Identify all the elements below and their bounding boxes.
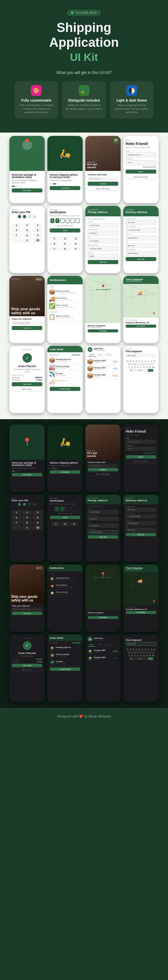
screen-16: Search Find shipment SHP-2024| QWERTYUIO… — [123, 346, 158, 413]
dark-phone-2: 🛵 Various shipping options Choose your s… — [48, 425, 82, 492]
phone-profile: JD John Doe Premium member Active Histor… — [86, 346, 120, 413]
phone-address-list: Destination Delivery address Recipient n… — [123, 206, 158, 273]
dark-phone-3: Welcome let's getstarted Continue with e… — [86, 425, 120, 492]
screen-15: JD John Doe Premium member Active Histor… — [86, 346, 120, 413]
theme-title: Light & dark theme — [113, 99, 150, 102]
theme-icon: 🌓 — [126, 85, 137, 96]
styleguide-desc: Styleguide included means all the design… — [65, 103, 103, 111]
phone-signin: Sign In Enter your PIN 123 456 789 — [10, 206, 45, 273]
phone-hello: Sign In Hello Friend! Sign in to continu… — [123, 136, 158, 203]
dark-screen-9: Ship your goodssafely with us ⭐ 4.8 Trac… — [10, 565, 45, 632]
phone-photo-1: Welcome let's getstarted 📦 Continue with… — [86, 136, 120, 203]
dark-screen-8: Destination Delivery address Recipient n… — [123, 495, 158, 562]
screen-12: Track shipment Order #SHP-2024-0847 🚚 📍 … — [123, 276, 158, 343]
dark-phones-row-1: 📍 Send your package to destination safel… — [5, 425, 163, 492]
screen-6: Verification Verification Enter your OTP… — [48, 206, 82, 273]
phones-row-4: Order Status ✓ Order Placed! Your shipme… — [5, 346, 163, 413]
dark-phones-row-2: Sign In Enter your PIN 1 2 3 4 — [5, 495, 163, 562]
screen-10: Notifications Today 📦 Package delivered … — [48, 276, 82, 343]
phones-row-3: Ship Finder Ship your goodssafely with u… — [5, 276, 163, 343]
dark-screen-3: Welcome let's getstarted Continue with e… — [86, 425, 120, 492]
dark-screen-16: Search Find shipment SHP-2024| Q W E R T… — [123, 635, 158, 702]
dark-phone-6: Verification Verification Enter OTP code… — [48, 495, 82, 562]
dark-phone-13: Order Status ✓ Order Placed! Successfull… — [10, 635, 45, 702]
phone-map-2: Track shipment Order #SHP-2024-0847 🚚 📍 … — [123, 276, 158, 343]
screen-1: 📍 Send your package to destination safel… — [10, 136, 45, 203]
dark-phone-9: Ship your goodssafely with us ⭐ 4.8 Trac… — [10, 565, 45, 632]
dark-screen-13: Order Status ✓ Order Placed! Successfull… — [10, 635, 45, 702]
styleguide-title: Styleguide included — [65, 99, 103, 102]
phone-map: 📍 Delivery in progress Est. arrival: 2:3… — [86, 276, 120, 343]
page-wrapper: XLABIR BOX Shipping Application UI Kit W… — [0, 0, 168, 725]
dark-phone-10: Notifications Today 📦 Package delivered … — [48, 565, 82, 632]
dark-phone-5: Sign In Enter your PIN 1 2 3 4 — [10, 495, 45, 562]
screen-2: 🛵 Various shipping options to suit your … — [48, 136, 82, 203]
dark-phone-8: Destination Delivery address Recipient n… — [123, 495, 158, 562]
dark-screen-10: Notifications Today 📦 Package delivered … — [48, 565, 82, 632]
customizable-desc: Fully customisable & complete components… — [18, 103, 55, 115]
dark-screen-6: Verification Verification Enter OTP code… — [48, 495, 82, 562]
dark-phone-16: Search Find shipment SHP-2024| Q W E R T… — [123, 635, 158, 702]
screen-4: Sign In Hello Friend! Sign in to continu… — [123, 136, 158, 203]
phone-order-details: Order Detail Tracking No. #SHP-0847 📦 Pa… — [48, 346, 82, 413]
dark-screen-2: 🛵 Various shipping options Choose your s… — [48, 425, 82, 492]
screen-3: Welcome let's getstarted 📦 Continue with… — [86, 136, 120, 203]
dark-phone-14: Order Detail Tracking No. #SHP-0847 📦 Pa… — [48, 635, 82, 702]
feature-customizable: 🎨 Fully customisable Fully customisable … — [14, 81, 58, 118]
screen-9: Ship Finder Ship your goodssafely with u… — [10, 276, 45, 343]
dark-phone-7: New Shipment Pickup address Fill your pi… — [86, 495, 120, 562]
main-subtitle: UI Kit — [7, 51, 161, 64]
dark-screen-1: 📍 Send your package to destination safel… — [10, 425, 45, 492]
dark-phone-4: Sign In Hello Friend! Sign in to continu… — [123, 425, 158, 492]
phone-photo-hero: Ship Finder Ship your goodssafely with u… — [10, 276, 45, 343]
features-row: 🎨 Fully customisable Fully customisable … — [7, 81, 161, 118]
dark-phone-11: 📍 Delivery in progress Est. arrival: 2:3… — [86, 565, 120, 632]
dark-screen-15: JD John Doe Premium member Active Histor… — [86, 635, 120, 702]
phone-onboarding-1: 📍 Send your package to destination safel… — [10, 136, 45, 203]
phone-keyboard: Search Find shipment SHP-2024| QWERTYUIO… — [123, 346, 158, 413]
dark-screen-12: Track shipment Order #SHP-2024-0847 🚚 📍 … — [123, 565, 158, 632]
dark-phones-row-4: Order Status ✓ Order Placed! Successfull… — [5, 635, 163, 702]
dark-phones-row-3: Ship your goodssafely with us ⭐ 4.8 Trac… — [5, 565, 163, 632]
dark-screen-14: Order Detail Tracking No. #SHP-0847 📦 Pa… — [48, 635, 82, 702]
dark-screens-section: 📍 Send your package to destination safel… — [0, 419, 168, 708]
footer: Designed with ❤️ by Mesin Moraran — [0, 708, 168, 725]
screen-8: Destination Delivery address Recipient n… — [123, 206, 158, 273]
footer-by: by Mesin Moraran — [84, 714, 111, 718]
styleguide-icon: 🖌️ — [79, 85, 89, 96]
customizable-title: Fully customisable — [18, 99, 55, 102]
feature-styleguide: 🖌️ Styleguide included Styleguide includ… — [62, 81, 106, 118]
section-question: What you will get in this UI Kit? — [7, 70, 161, 75]
light-screens-section: 📍 Send your package to destination safel… — [0, 132, 168, 419]
main-title: Shipping Application — [7, 21, 161, 50]
phones-row-2: Sign In Enter your PIN 123 456 789 — [5, 206, 163, 273]
screen-7: New Shipment Pickup address Fill your pi… — [86, 206, 120, 273]
dark-screen-7: New Shipment Pickup address Fill your pi… — [86, 495, 120, 562]
phone-onboarding-2: 🛵 Various shipping options to suit your … — [48, 136, 82, 203]
phone-verification: Verification Verification Enter your OTP… — [48, 206, 82, 273]
screen-13: Order Status ✓ Order Placed! Your shipme… — [10, 346, 45, 413]
theme-desc: Bring a shipping-tracking app/template, … — [113, 103, 150, 115]
dark-screen-11: 📍 Delivery in progress Est. arrival: 2:3… — [86, 565, 120, 632]
phones-row-1: 📍 Send your package to destination safel… — [5, 136, 163, 203]
footer-designed: Designed with — [57, 714, 78, 718]
dark-screen-4: Sign In Hello Friend! Sign in to continu… — [123, 425, 158, 492]
dark-phone-1: 📍 Send your package to destination safel… — [10, 425, 45, 492]
dark-screen-5: Sign In Enter your PIN 1 2 3 4 — [10, 495, 45, 562]
customizable-icon: 🎨 — [31, 85, 42, 96]
header-section: XLABIR BOX Shipping Application UI Kit W… — [0, 0, 168, 132]
phone-pickup: New Shipment Pickup address Fill your pi… — [86, 206, 120, 273]
screen-11: 📍 Delivery in progress Est. arrival: 2:3… — [86, 276, 120, 343]
brand-badge: XLABIR BOX — [67, 10, 101, 16]
badge-text: XLABIR BOX — [76, 11, 97, 14]
footer-heart-icon: ❤️ — [79, 714, 84, 718]
dark-phone-15: JD John Doe Premium member Active Histor… — [86, 635, 120, 702]
screen-14: Order Detail Tracking No. #SHP-0847 📦 Pa… — [48, 346, 82, 413]
feature-theme: 🌓 Light & dark theme Bring a shipping-tr… — [110, 81, 154, 118]
dark-phone-12: Track shipment Order #SHP-2024-0847 🚚 📍 … — [123, 565, 158, 632]
screen-5: Sign In Enter your PIN 123 456 789 — [10, 206, 45, 273]
phone-notifications: Notifications Today 📦 Package delivered … — [48, 276, 82, 343]
phone-success: Order Status ✓ Order Placed! Your shipme… — [10, 346, 45, 413]
badge-dot — [71, 11, 74, 14]
